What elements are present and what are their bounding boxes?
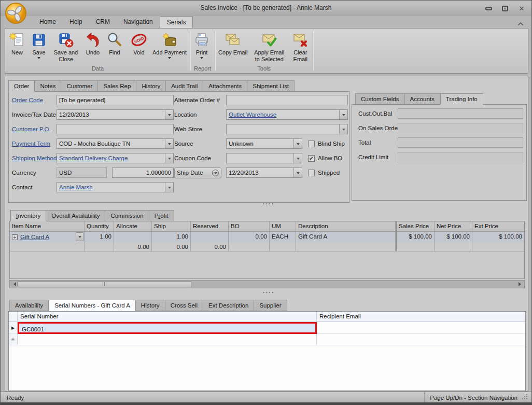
combo-dropdown-icon[interactable]: [165, 110, 173, 119]
customer-po-link[interactable]: Customer P.O.: [12, 124, 51, 134]
shipping-method-link[interactable]: Shipping Method: [12, 153, 57, 163]
add-payment-button[interactable]: Add Payment: [150, 30, 189, 61]
combo-dropdown-icon[interactable]: [339, 110, 347, 119]
clear-email-button[interactable]: Clear Email: [288, 30, 312, 63]
combo-dropdown-icon[interactable]: [339, 124, 347, 134]
col-header-serial-number[interactable]: Serial Number: [18, 312, 317, 322]
tab-accounts[interactable]: Accounts: [405, 93, 440, 105]
invoice-date-field[interactable]: 12/20/2013: [57, 109, 174, 120]
net-price-cell[interactable]: [435, 242, 472, 252]
ship-date-dropdown-icon[interactable]: [212, 170, 219, 176]
serial-number-cell[interactable]: [18, 334, 317, 345]
col-header-ship[interactable]: Ship: [152, 221, 191, 232]
combo-dropdown-icon[interactable]: [165, 183, 173, 192]
source-field[interactable]: Unknown: [226, 138, 302, 149]
undo-button[interactable]: Undo: [82, 30, 104, 57]
um-cell[interactable]: EACH: [270, 232, 296, 242]
tab-commission[interactable]: Commission: [105, 210, 149, 221]
col-header-ext-price[interactable]: Ext Price: [472, 221, 524, 232]
ribbon-tab-help[interactable]: Help: [63, 16, 89, 28]
save-and-close-button[interactable]: Save and Close: [50, 30, 82, 63]
um-cell[interactable]: [270, 242, 296, 252]
tab-audit-trail[interactable]: Audit Trail: [166, 80, 203, 92]
ribbon-collapse-button[interactable]: [517, 19, 524, 25]
col-header-net-price[interactable]: Net Price: [435, 221, 472, 232]
tab-ext-description[interactable]: Ext Description: [203, 300, 254, 311]
tab-order[interactable]: Order: [8, 80, 35, 92]
tab-availability[interactable]: Availability: [9, 300, 49, 311]
find-button[interactable]: Find: [104, 30, 125, 57]
allow-bo-checkbox[interactable]: ✔: [308, 155, 315, 162]
quantity-cell[interactable]: [85, 242, 114, 252]
scrollbar-thumb[interactable]: [17, 281, 191, 287]
add-payment-dropdown-icon[interactable]: [168, 57, 171, 61]
bo-cell[interactable]: 0.00: [229, 232, 270, 242]
combo-dropdown-icon[interactable]: [293, 139, 302, 148]
customer-po-field[interactable]: [57, 124, 174, 134]
ship-date-selector-button[interactable]: Ship Date: [174, 167, 221, 178]
tab-cross-sell[interactable]: Cross Sell: [165, 300, 203, 311]
payment-term-link[interactable]: Payment Term: [12, 138, 50, 149]
close-button[interactable]: ✕: [517, 5, 526, 12]
item-name-cell[interactable]: [10, 242, 85, 252]
currency-rate-field[interactable]: 1.000000: [112, 167, 174, 178]
serial-number-cell-highlighted[interactable]: GC0001: [18, 322, 317, 334]
tab-history[interactable]: History: [136, 80, 166, 92]
tab-serial-numbers[interactable]: Serial Numbers - Gift Card A: [49, 300, 136, 311]
tab-overall-availability[interactable]: Overall Availability: [46, 210, 105, 221]
col-header-item-name[interactable]: Item Name: [10, 221, 85, 232]
col-header-allocate[interactable]: Allocate: [114, 221, 152, 232]
restore-button[interactable]: [500, 5, 510, 12]
blind-ship-checkbox[interactable]: [308, 141, 315, 147]
print-button[interactable]: Print: [191, 30, 213, 61]
tab-inventory[interactable]: Inventory: [10, 210, 46, 221]
tab-profit[interactable]: Profit: [149, 210, 174, 221]
shipped-checkbox[interactable]: [308, 170, 315, 176]
col-header-sales-price[interactable]: Sales Price: [396, 221, 435, 232]
ext-price-cell[interactable]: [472, 242, 524, 252]
col-header-reserved[interactable]: Reserved: [191, 221, 229, 232]
scroll-right-icon[interactable]: [517, 281, 524, 288]
col-header-description[interactable]: Description: [296, 221, 396, 232]
quantity-cell[interactable]: 1.00: [85, 232, 114, 242]
inventory-h-scrollbar[interactable]: [9, 280, 525, 288]
save-button[interactable]: Save: [28, 30, 50, 61]
new-button[interactable]: New: [6, 30, 28, 57]
allocate-cell[interactable]: [114, 232, 152, 242]
resize-grip-icon[interactable]: [522, 394, 528, 401]
recipient-email-cell[interactable]: [317, 322, 525, 334]
contact-field[interactable]: Annie Marsh: [57, 182, 174, 192]
reserved-cell[interactable]: [191, 232, 229, 242]
sales-price-cell[interactable]: $ 100.00: [396, 232, 435, 242]
tab-trading-info[interactable]: Trading Info: [440, 93, 483, 105]
row-selector[interactable]: ✳: [9, 334, 18, 345]
description-cell[interactable]: [296, 242, 396, 252]
net-price-cell[interactable]: $ 100.00: [435, 232, 472, 242]
tab-sales-rep[interactable]: Sales Rep: [98, 80, 136, 92]
ext-price-cell[interactable]: $ 100.00: [472, 232, 524, 242]
item-name-cell[interactable]: + Gift Card A: [10, 232, 85, 242]
alternate-order-field[interactable]: [226, 95, 348, 105]
void-button[interactable]: VOID Void: [128, 30, 150, 57]
shipping-method-field[interactable]: Standard Delivery Charge: [57, 153, 174, 163]
row-selector[interactable]: ▶: [9, 322, 18, 334]
tab-serials-history[interactable]: History: [136, 300, 165, 311]
col-header-quantity[interactable]: Quantity: [85, 221, 114, 232]
recipient-email-cell[interactable]: [317, 334, 525, 345]
combo-dropdown-icon[interactable]: [165, 139, 173, 148]
apply-email-to-selected-button[interactable]: Apply Email to Selected: [250, 30, 288, 63]
coupon-code-field[interactable]: [226, 153, 302, 163]
reserved-cell[interactable]: 0.00: [191, 242, 229, 252]
payment-term-field[interactable]: COD - Mocha Boutique TN: [57, 138, 174, 149]
combo-dropdown-icon[interactable]: [293, 153, 302, 163]
description-cell[interactable]: Gift Card A: [296, 232, 396, 242]
currency-code-field[interactable]: USD: [57, 167, 107, 178]
tab-custom-fields[interactable]: Custom Fields: [355, 93, 405, 105]
ribbon-tab-serials[interactable]: Serials: [160, 16, 193, 28]
copy-email-button[interactable]: Copy Email: [216, 30, 250, 57]
ribbon-tab-home[interactable]: Home: [33, 16, 63, 28]
save-dropdown-icon[interactable]: [37, 57, 40, 61]
sales-price-cell[interactable]: [396, 242, 435, 252]
tab-supplier[interactable]: Supplier: [254, 300, 287, 311]
section-splitter[interactable]: ····: [263, 202, 275, 205]
